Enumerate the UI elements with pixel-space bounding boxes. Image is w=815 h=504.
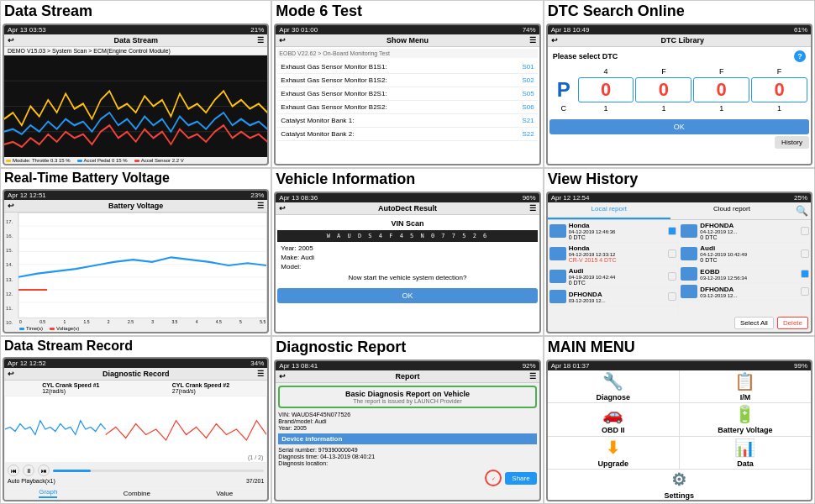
- legend-dot-yellow: [6, 160, 11, 162]
- vehicle-year-row: Year: 2005: [281, 244, 534, 252]
- report-serial-row: Serial number: 979390000049: [278, 447, 536, 453]
- record-channel-header: CYL Crank Speed #1 12(rad/s) CYL Crank S…: [4, 381, 267, 396]
- search-icon[interactable]: 🔍: [793, 202, 811, 219]
- vehicle-ok-button[interactable]: OK: [277, 288, 537, 303]
- cell-dtc-search: DTC Search Online Apr 18 10:49 61% ↩ DTC…: [544, 0, 815, 168]
- dtc-row-p: P 0 0 0 0: [551, 77, 807, 102]
- data-icon: 📊: [734, 438, 755, 458]
- back-icon-6[interactable]: ↩: [8, 370, 14, 378]
- mode6-item-3[interactable]: Exhaust Gas Sensor Monitor B2S2: S06: [277, 101, 537, 114]
- hist-check-r2[interactable]: [801, 270, 809, 278]
- back-icon-3[interactable]: ↩: [8, 202, 14, 210]
- legend-item-1: Accel Pedal 0 15 %: [77, 158, 128, 163]
- hist-thumb-r1: [681, 247, 697, 260]
- next-button[interactable]: ⏭: [38, 465, 50, 476]
- hist-row-l1[interactable]: Honda 04-12-2019 12:33:12 CR-V 2015 4 DT…: [548, 243, 679, 265]
- mode6-item-5[interactable]: Catalyst Monitor Bank 2: S22: [277, 128, 537, 141]
- hist-row-r1[interactable]: Audi 04-12-2019 10:42:49 0 DTC: [679, 243, 811, 265]
- header-title-6: Diagnostic Record: [103, 370, 170, 378]
- mode6-item-2[interactable]: Exhaust Gas Sensor Monitor B2S1: S05: [277, 87, 537, 101]
- hist-date-r2: 03-12-2019 12:56:34: [700, 276, 801, 281]
- hist-row-l3[interactable]: DFHONDA 03-12-2019 12...: [548, 288, 679, 306]
- menu-icon-3[interactable]: ☰: [257, 202, 264, 210]
- hist-check-r1[interactable]: [801, 249, 809, 258]
- menu-item-battery-voltage[interactable]: 🔋 Battery Voltage: [680, 403, 811, 435]
- delete-button[interactable]: Delete: [777, 317, 808, 329]
- cell-main-menu: MAIN MENU Apr 18 01:37 99% 🔧 Diagnose 📋 …: [544, 336, 815, 504]
- x-6: 3: [151, 319, 154, 324]
- dtc-val-0[interactable]: 0: [578, 77, 634, 102]
- hist-check-r3[interactable]: [801, 287, 809, 296]
- x-0: 0: [19, 319, 22, 324]
- dtc-c-val-1: 1: [635, 104, 691, 113]
- hist-check-l1[interactable]: [668, 249, 676, 258]
- footer-tab-value[interactable]: Value: [216, 490, 233, 497]
- year-label: Year:: [281, 244, 296, 252]
- progress-bar[interactable]: [53, 470, 264, 472]
- tab-local-report[interactable]: Local report: [548, 202, 670, 219]
- mode6-value-0: S01: [522, 63, 534, 71]
- hist-check-r0[interactable]: [801, 227, 809, 235]
- hist-check-l3[interactable]: [668, 292, 676, 301]
- prev-button[interactable]: ⏮: [8, 465, 19, 476]
- info-icon[interactable]: ?: [794, 50, 806, 62]
- hist-row-l2[interactable]: Audi 04-19-2019 10:42:44 0 DTC: [548, 265, 679, 288]
- footer-tab-graph[interactable]: Graph: [39, 488, 57, 498]
- back-icon-2[interactable]: ↩: [551, 36, 558, 45]
- phone-diagnostic: Apr 13 08:41 92% ↩ Report ☰ Basic Diagno…: [274, 360, 540, 501]
- back-icon-0[interactable]: ↩: [8, 36, 14, 45]
- dtc-selector: 4 F F F P 0 0 0 0 C 1 1: [549, 64, 809, 116]
- hist-row-r3[interactable]: DFHONDA 03-12-2019 12...: [679, 283, 811, 301]
- menu-icon-4[interactable]: ☰: [529, 204, 536, 213]
- menu-item-data[interactable]: 📊 Data: [680, 437, 811, 469]
- menu-icon-6[interactable]: ☰: [257, 370, 264, 378]
- history-right-col: DFHONDA 04-12-2019 12... 0 DTC Audi 04-1…: [679, 220, 811, 314]
- dtc-ok-button[interactable]: OK: [549, 119, 809, 134]
- history-left-col: Honda 04-12-2019 12:46:36 0 DTC Honda 04…: [548, 220, 680, 314]
- mode6-item-1[interactable]: Exhaust Gas Sensor Monitor B1S2: S02: [277, 74, 537, 87]
- menu-icon-7[interactable]: ☰: [529, 372, 536, 381]
- share-button[interactable]: Share: [505, 472, 536, 485]
- make-value: Audi: [301, 254, 314, 261]
- menu-item-upgrade[interactable]: ⬇ Upgrade: [548, 437, 679, 469]
- menu-item-obdii[interactable]: 🚗 OBD II: [548, 403, 679, 435]
- mode6-item-0[interactable]: Exhaust Gas Sensor Monitor B1S1: S01: [277, 60, 537, 74]
- phone-header-4: ↩ AutoDect Result ☰: [276, 202, 539, 215]
- hist-check-l2[interactable]: [668, 272, 676, 281]
- hist-info-r0: DFHONDA 04-12-2019 12... 0 DTC: [700, 222, 801, 240]
- pause-button[interactable]: ⏸: [23, 465, 34, 476]
- history-actions: Select All Delete: [548, 314, 811, 332]
- menu-icon-1[interactable]: ☰: [529, 36, 536, 45]
- status-bar-7: Apr 13 08:41 92%: [276, 361, 539, 370]
- back-icon-7[interactable]: ↩: [279, 372, 286, 381]
- mode6-item-4[interactable]: Catalyst Monitor Bank 1: S21: [277, 114, 537, 128]
- back-icon-1[interactable]: ↩: [279, 36, 286, 45]
- x-2: 1: [63, 319, 66, 324]
- select-all-button[interactable]: Select All: [734, 317, 774, 329]
- hist-row-l0[interactable]: Honda 04-12-2019 12:46:36 0 DTC: [548, 220, 679, 243]
- mode6-label-5: Catalyst Monitor Bank 2:: [281, 130, 354, 138]
- dtc-col3: F: [693, 67, 749, 76]
- title-battery-voltage: Real-Time Battery Voltage: [1, 169, 271, 187]
- menu-icon-0[interactable]: ☰: [257, 36, 264, 45]
- dtc-history-button[interactable]: History: [775, 136, 809, 149]
- tab-cloud-report[interactable]: Cloud report: [670, 202, 793, 219]
- status-battery-4: 96%: [523, 194, 536, 202]
- back-icon-4[interactable]: ↩: [279, 204, 286, 213]
- menu-item-im[interactable]: 📋 I/M: [680, 370, 811, 402]
- hist-row-r0[interactable]: DFHONDA 04-12-2019 12... 0 DTC: [679, 220, 811, 243]
- hist-check-l0[interactable]: [668, 227, 676, 235]
- dtc-val-3[interactable]: 0: [751, 77, 807, 102]
- vin-scan-title: VIN Scan: [277, 219, 537, 228]
- dtc-val-2[interactable]: 0: [693, 77, 749, 102]
- menu-item-diagnose[interactable]: 🔧 Diagnose: [548, 370, 679, 402]
- report-year-row: Year: 2005: [278, 425, 536, 431]
- dtc-body: Please select DTC ? 4 F F F P 0 0: [548, 47, 811, 164]
- dtc-val-1[interactable]: 0: [635, 77, 691, 102]
- batt-legend-time: Time(s): [19, 326, 43, 331]
- menu-item-settings[interactable]: ⚙ Settings: [548, 470, 811, 500]
- footer-tab-combine[interactable]: Combine: [124, 490, 150, 497]
- device-section-header: Device information: [278, 433, 536, 444]
- report-year-value: 2005: [293, 425, 307, 431]
- hist-row-r2[interactable]: EOBD 03-12-2019 12:56:34: [679, 265, 811, 283]
